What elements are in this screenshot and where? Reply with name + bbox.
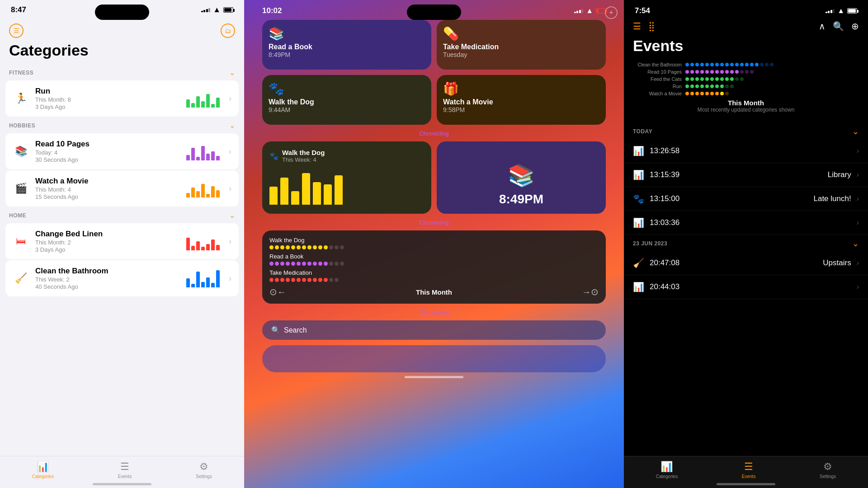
movie-card[interactable]: 🎬 Watch a Movie This Month: 4 15 Seconds… <box>5 170 239 206</box>
today-chevron: ⌄ <box>852 127 859 136</box>
s3-tab-events[interactable]: ☰ Events <box>742 461 756 479</box>
add-widget-button[interactable]: + <box>605 6 618 19</box>
read-name: Read 10 Pages <box>35 140 180 149</box>
linen-icon: 🛏 <box>13 233 29 249</box>
fitness-section: FITNESS ⌄ 🏃 Run This Month: 8 3 Days Ago… <box>0 65 244 117</box>
widget-med-day: Tuesday <box>443 51 599 58</box>
menu-icon[interactable]: ☰ <box>9 23 24 38</box>
movie-name: Watch a Movie <box>35 177 180 186</box>
movie-icon: 🎬 <box>13 180 29 197</box>
run-card[interactable]: 🏃 Run This Month: 8 3 Days Ago › <box>5 80 239 117</box>
jun2023-section-header[interactable]: 23 JUN 2023 ⌄ <box>624 235 868 251</box>
walk-large-subtitle: This Week: 4 <box>282 156 325 163</box>
s3-menu-icon[interactable]: ☰ <box>633 21 641 32</box>
s3-wifi: ▲ <box>837 7 844 15</box>
paw-icon-large: 🐾 <box>269 152 278 160</box>
s3-tab-settings[interactable]: ⚙ Settings <box>820 461 836 479</box>
linen-chart <box>186 232 222 250</box>
status-time-1: 8:47 <box>11 5 26 14</box>
run-info: Run This Month: 8 3 Days Ago <box>35 87 180 110</box>
walk-bar-4 <box>302 173 310 205</box>
tracker-walk-label: Walk the Dog <box>269 237 599 244</box>
tracker-walk-dots <box>269 245 599 249</box>
tracker-next-button[interactable]: →⊙ <box>582 286 599 297</box>
widget-read-book[interactable]: 📚 Read a Book 8:49PM <box>262 20 431 70</box>
tracker-read: Read a Book <box>269 253 599 266</box>
linen-card[interactable]: 🛏 Change Bed Linen This Month: 2 3 Days … <box>5 223 239 259</box>
read-icon: 📚 <box>13 143 29 160</box>
tab-settings-1[interactable]: ⚙ Settings <box>196 461 212 479</box>
tracker-month-label: This Month <box>416 288 452 296</box>
home-header[interactable]: HOME ⌄ <box>0 207 244 222</box>
widget-walk-dog-small[interactable]: 🐾 Walk the Dog 9:44AM <box>262 75 431 125</box>
dm-row-movie: Watch a Movie <box>631 91 861 96</box>
run-meta2: 3 Days Ago <box>35 103 180 110</box>
s3-status-icons: ▲ <box>826 7 857 15</box>
tracker-read-dots <box>269 262 599 266</box>
widget-read-large[interactable]: + 📚 8:49PM <box>437 141 606 214</box>
event-time-1: 13:15:39 <box>650 170 819 179</box>
dm-dots-read <box>685 70 754 74</box>
bath-card[interactable]: 🧹 Clean the Bathroom This Week: 2 40 Sec… <box>5 260 239 296</box>
bath-meta2: 40 Seconds Ago <box>35 283 180 290</box>
widget-walk-large[interactable]: 🐾 Walk the Dog This Week: 4 <box>262 141 431 214</box>
s3-battery <box>847 8 857 14</box>
run-arrow: › <box>229 94 231 103</box>
categories-tab-icon: 📊 <box>37 461 49 473</box>
wifi-icon-1: ▲ <box>213 5 221 14</box>
chronicling-label-2: Chronicling <box>262 219 606 226</box>
hobbies-header[interactable]: HOBBIES ⌄ <box>0 117 244 132</box>
widget-watch-movie[interactable]: 🎁 Watch a Movie 9:58PM <box>437 75 606 125</box>
s3-up-icon[interactable]: ∧ <box>819 21 826 32</box>
bath-icon: 🧹 <box>13 270 29 286</box>
chronicling-label-3: Chronicling <box>262 309 606 316</box>
add-icon[interactable]: 🗂 <box>221 23 235 38</box>
screen2-widgets: 10:02 ▲ 📚 Read a <box>244 0 624 488</box>
widget-take-medication[interactable]: 💊 Take Medication Tuesday <box>437 20 606 70</box>
s2-wifi: ▲ <box>586 7 593 15</box>
tracker-prev-button[interactable]: ⊙← <box>269 286 286 297</box>
dm-label-movie: Watch a Movie <box>631 91 685 96</box>
movie-chart <box>186 179 222 197</box>
widget-read-title: Read a Book <box>269 43 425 51</box>
read-card[interactable]: 📚 Read 10 Pages Today: 4 30 Seconds Ago … <box>5 133 239 169</box>
event-arrow-1: › <box>857 171 859 179</box>
s3-tab-categories[interactable]: 📊 Categories <box>656 461 678 479</box>
home-area-widget <box>262 345 606 372</box>
event-row-5[interactable]: 📊 20:44:03 › <box>624 275 868 299</box>
read-large-time: 8:49PM <box>499 192 543 206</box>
screen3-events: 7:54 ▲ ☰ ⣿ ∧ 🔍 ⊕ Events <box>624 0 868 488</box>
s2-battery <box>596 8 606 14</box>
read-meta2: 30 Seconds Ago <box>35 156 180 163</box>
tracker-widget[interactable]: Walk the Dog Read a Book Take Medication… <box>262 230 606 304</box>
event-row-4[interactable]: 🧹 20:47:08 Upstairs › <box>624 251 868 275</box>
tracker-walk: Walk the Dog <box>269 237 599 249</box>
event-row-2[interactable]: 🐾 13:15:00 Late lunch! › <box>624 187 868 211</box>
widget-movie-time: 9:58PM <box>443 106 599 113</box>
event-row-3[interactable]: 📊 13:03:36 › <box>624 211 868 235</box>
screen1-header: ☰ 🗂 <box>0 18 244 40</box>
movie-meta1: This Month: 4 <box>35 186 180 193</box>
s3-add-icon[interactable]: ⊕ <box>851 21 859 32</box>
s3-chart-icon[interactable]: ⣿ <box>648 21 655 32</box>
tab-categories-1[interactable]: 📊 Categories <box>32 461 54 479</box>
search-bar[interactable]: 🔍 Search <box>262 320 606 340</box>
jun2023-chevron: ⌄ <box>852 239 859 249</box>
search-label: Search <box>284 326 307 334</box>
s3-search-icon[interactable]: 🔍 <box>833 21 844 32</box>
fitness-header[interactable]: FITNESS ⌄ <box>0 65 244 80</box>
events-tab-label-1: Events <box>118 474 132 479</box>
tracker-read-label: Read a Book <box>269 253 599 260</box>
screen1-categories: 8:47 ▲ ☰ 🗂 Categories FITNESS ⌄ 🏃 Run <box>0 0 244 488</box>
event-row-1[interactable]: 📊 13:15:39 Library › <box>624 163 868 187</box>
dm-dots-cats <box>685 77 744 81</box>
tab-events-1[interactable]: ☰ Events <box>118 461 132 479</box>
s2-status-icons: ▲ <box>574 7 606 15</box>
today-section-header[interactable]: TODAY ⌄ <box>624 123 868 139</box>
event-row-0[interactable]: 📊 13:26:58 › <box>624 139 868 163</box>
s3-events-label: Events <box>742 474 756 479</box>
read-arrow: › <box>229 147 231 156</box>
walk-large-header: 🐾 Walk the Dog This Week: 4 <box>269 149 424 163</box>
event-arrow-3: › <box>857 219 859 227</box>
hobbies-label: HOBBIES <box>9 122 35 129</box>
